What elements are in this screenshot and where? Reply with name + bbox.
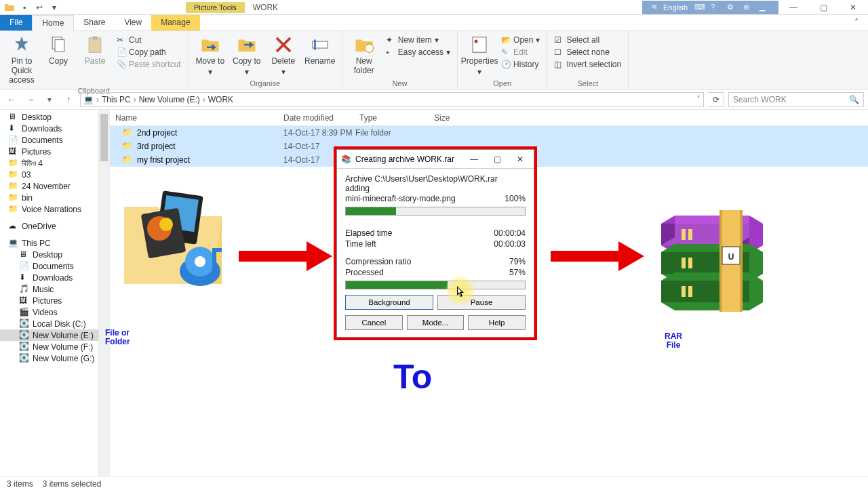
navigation-pane[interactable]: 🖥Desktop⬇Downloads📄Documents🖼Pictures📁বি… — [0, 110, 110, 476]
select-all-icon: ☑ — [554, 35, 564, 45]
tree-item[interactable]: 🎵Music — [0, 283, 109, 295]
arrow-left — [239, 236, 334, 277]
maximize-button[interactable]: ▢ — [808, 0, 838, 15]
tree-item[interactable]: 🖼Pictures — [0, 295, 109, 306]
mode-button[interactable]: Mode... — [407, 315, 465, 330]
history-button[interactable]: 🕑History — [498, 59, 542, 70]
download-icon: ⬇ — [8, 123, 18, 134]
crumb-volume[interactable]: New Volume (E:) — [139, 95, 200, 104]
rename-button[interactable]: Rename — [302, 33, 338, 67]
new-folder-button[interactable]: New folder — [347, 33, 382, 77]
tree-item[interactable]: ⬇Downloads — [0, 123, 109, 134]
tree-item[interactable]: 🎬Videos — [0, 306, 109, 318]
label-rar-file: RARFile — [665, 332, 682, 349]
label-file-or-folder: File orFolder — [105, 329, 130, 346]
svg-rect-7 — [473, 37, 486, 53]
tree-item[interactable]: ⬇Downloads — [0, 272, 109, 283]
nav-recent-button[interactable]: ▾ — [42, 92, 57, 107]
cancel-button[interactable]: Cancel — [345, 315, 403, 330]
lang-kbd-icon: ⌨ — [694, 3, 704, 12]
tree-item[interactable]: 💽New Volume (G:) — [0, 352, 109, 364]
crumb-folder[interactable]: WORK — [208, 95, 233, 104]
open-button[interactable]: 📂Open▾ — [498, 35, 542, 45]
column-headers[interactable]: Name Date modified Type Size — [110, 110, 868, 126]
desktop-icon: 🖥 — [8, 112, 18, 122]
tab-share[interactable]: Share — [74, 15, 115, 30]
qat-dropdown-icon[interactable]: ▾ — [49, 2, 60, 13]
path-icon: 📄 — [117, 47, 126, 57]
select-none-button[interactable]: ☐Select none — [551, 47, 624, 58]
window-title: WORK — [245, 1, 286, 14]
delete-button[interactable]: Delete▾ — [266, 33, 301, 78]
ribbon-collapse-icon[interactable]: ˄ — [845, 15, 868, 30]
copy-to-button[interactable]: Copy to▾ — [229, 33, 264, 78]
help-button[interactable]: Help — [468, 315, 526, 330]
tab-file[interactable]: File — [0, 15, 32, 30]
dialog-maximize[interactable]: ▢ — [488, 155, 507, 164]
properties-button[interactable]: Properties▾ — [462, 33, 497, 78]
table-row[interactable]: 📁2nd project14-Oct-17 8:39 PMFile folder — [110, 126, 868, 140]
col-size[interactable]: Size — [429, 113, 483, 123]
edit-icon: ✎ — [501, 47, 511, 57]
processed-label: Processed — [345, 268, 384, 277]
tree-item[interactable]: 🖼Pictures — [0, 146, 109, 157]
tree-item[interactable]: 💽New Volume (F:) — [0, 341, 109, 352]
pic-icon: 🖼 — [19, 296, 29, 306]
nav-scrollbar[interactable] — [98, 110, 109, 476]
tree-item[interactable]: 💽Local Disk (C:) — [0, 318, 109, 329]
total-progress-bar — [345, 281, 526, 289]
svg-rect-26 — [682, 286, 686, 297]
refresh-button[interactable]: ⟳ — [708, 92, 724, 107]
new-item-button[interactable]: ✦New item▾ — [383, 35, 453, 45]
tree-item[interactable]: 🖥Desktop — [0, 111, 109, 123]
tab-home[interactable]: Home — [32, 15, 74, 31]
group-organise-label: Organise — [193, 79, 338, 89]
svg-rect-1 — [55, 40, 64, 52]
cut-button[interactable]: ✂Cut — [114, 35, 184, 45]
tree-item[interactable]: 💻This PC — [0, 237, 109, 249]
qat-undo-icon[interactable]: ↩ — [34, 2, 45, 13]
status-selected: 3 items selected — [43, 479, 102, 489]
nav-up-button[interactable]: ↑ — [61, 92, 76, 107]
tree-item[interactable]: 💽New Volume (E:) — [0, 329, 109, 341]
tree-item[interactable]: ☁OneDrive — [0, 220, 109, 232]
col-name[interactable]: Name — [110, 113, 278, 123]
pin-quick-access-button[interactable]: Pin to Quick access — [4, 33, 39, 86]
col-date[interactable]: Date modified — [278, 113, 354, 123]
tree-item[interactable]: 🖥Desktop — [0, 249, 109, 260]
tree-item[interactable]: 📄Documents — [0, 260, 109, 272]
invert-selection-button[interactable]: ◫Invert selection — [551, 59, 624, 70]
search-input[interactable]: Search WORK 🔍 — [728, 92, 864, 107]
nav-forward-button[interactable]: → — [23, 92, 38, 107]
qat-save-icon[interactable]: ▪ — [19, 2, 30, 13]
shortcut-icon: 📎 — [117, 60, 126, 69]
tree-item[interactable]: 📁03 — [0, 169, 109, 180]
move-to-button[interactable]: Move to▾ — [193, 33, 228, 78]
minimize-button[interactable]: — — [778, 0, 808, 15]
copy-path-button[interactable]: 📄Copy path — [114, 47, 184, 58]
svg-rect-27 — [688, 286, 692, 297]
tree-item[interactable]: 📁24 November — [0, 180, 109, 192]
tree-item[interactable]: 📁বিডিও 4 — [0, 157, 109, 169]
dialog-minimize[interactable]: — — [465, 155, 484, 164]
language-bar[interactable]: অ English ⌨ ? ⚙ ⊗ ▁ — [642, 1, 778, 14]
tree-item[interactable]: 📁Voice Narrations — [0, 203, 109, 215]
dialog-title: Creating archive WORK.rar — [355, 155, 460, 164]
cursor-icon — [457, 286, 468, 300]
select-all-button[interactable]: ☑Select all — [551, 35, 624, 45]
tree-item[interactable]: 📁bin — [0, 192, 109, 203]
col-type[interactable]: Type — [354, 113, 429, 123]
tree-item[interactable]: 📄Documents — [0, 134, 109, 146]
tab-view[interactable]: View — [115, 15, 151, 30]
breadcrumb[interactable]: 💻 › This PC › New Volume (E:) › WORK ˅ — [80, 92, 704, 107]
crumb-thispc[interactable]: This PC — [102, 95, 131, 104]
file-progress-bar — [345, 207, 526, 216]
nav-back-button[interactable]: ← — [4, 92, 19, 107]
background-button[interactable]: Background — [345, 295, 433, 310]
close-button[interactable]: ✕ — [838, 0, 868, 15]
easy-access-button[interactable]: ⭑Easy access▾ — [383, 47, 453, 58]
copy-button[interactable]: Copy — [41, 33, 76, 67]
pc-icon: 💻 — [8, 238, 18, 248]
dialog-close[interactable]: ✕ — [511, 155, 530, 164]
tab-manage[interactable]: Manage — [151, 15, 199, 30]
